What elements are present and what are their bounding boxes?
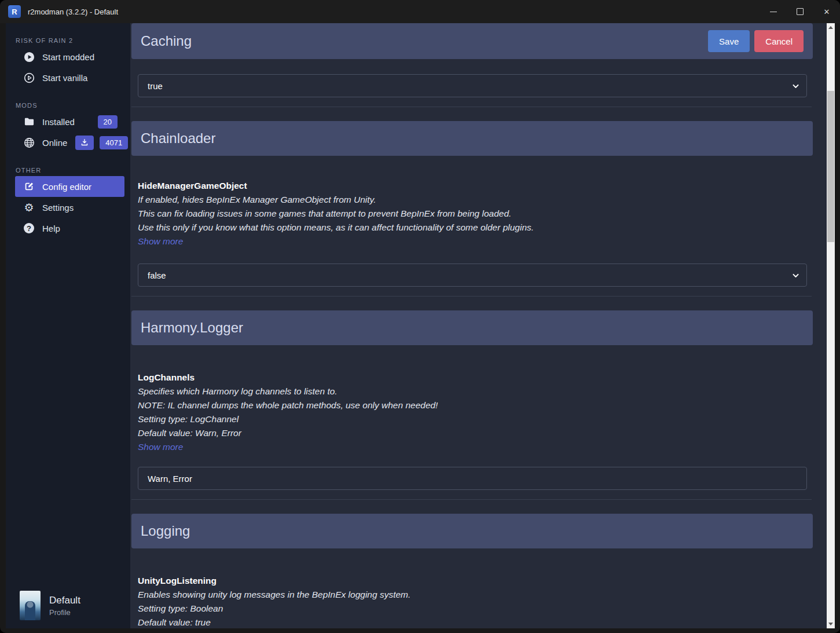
profile-card: Default Profile xyxy=(6,591,130,620)
app-window: R r2modman (3.2.2) - Default ✕ RISK OF R… xyxy=(0,0,840,633)
sidebar-item-start-modded[interactable]: Start modded xyxy=(6,46,130,67)
edit-icon xyxy=(23,181,35,192)
section-title: Logging xyxy=(141,523,190,539)
gear-icon: ⚙ xyxy=(23,202,35,213)
sidebar-item-label: Help xyxy=(42,224,60,233)
entry-description-line: Default value: Warn, Error xyxy=(138,426,827,440)
profile-image xyxy=(20,591,41,620)
window-title: r2modman (3.2.2) - Default xyxy=(28,8,118,16)
divider xyxy=(131,296,812,297)
caching-value-select[interactable]: true xyxy=(138,74,807,97)
entry-name: LogChannels xyxy=(138,371,827,385)
divider xyxy=(131,107,812,107)
entry-description-line: Setting type: LogChannel xyxy=(138,412,827,426)
cancel-button[interactable]: Cancel xyxy=(754,30,804,52)
entry-description-line: Specifies which Harmony log channels to … xyxy=(138,385,827,398)
folder-icon xyxy=(23,116,35,127)
entry-description-line: Use this only if you know what this opti… xyxy=(138,221,827,235)
sidebar-item-label: Config editor xyxy=(42,182,91,192)
minimize-icon xyxy=(770,12,777,12)
divider xyxy=(131,499,812,500)
app-icon: R xyxy=(8,5,21,18)
minimize-button[interactable] xyxy=(760,0,787,23)
entry-description-line: This can fix loading issues in some game… xyxy=(138,207,827,221)
sidebar-item-label: Installed xyxy=(42,117,75,127)
section-header-harmony-logger: Harmony.Logger xyxy=(131,310,813,345)
window-controls: ✕ xyxy=(760,0,840,23)
section-title: Harmony.Logger xyxy=(141,320,243,336)
entry-description-line: Setting type: Boolean xyxy=(138,602,827,616)
online-count-badge: 4071 xyxy=(100,136,128,149)
sidebar-item-start-vanilla[interactable]: Start vanilla xyxy=(6,67,130,88)
profile-name: Default xyxy=(49,595,80,606)
config-editor-content: Caching Save Cancel true Chainloader Hid… xyxy=(130,23,827,628)
section-header-caching: Caching Save Cancel xyxy=(131,23,813,59)
sidebar-item-label: Start modded xyxy=(42,52,94,62)
config-entry-hidemanagergameobject: HideManagerGameObject If enabled, hides … xyxy=(138,179,827,248)
entry-description-line: NOTE: IL channel dumps the whole patch m… xyxy=(138,398,827,412)
maximize-button[interactable] xyxy=(787,0,813,23)
sidebar-item-settings[interactable]: ⚙ Settings xyxy=(6,197,130,218)
entry-description-line: Enables showing unity log messages in th… xyxy=(138,588,827,602)
sidebar-section-mods: MODS xyxy=(16,102,130,109)
sidebar-item-config-editor[interactable]: Config editor xyxy=(15,176,124,197)
sidebar-section-other: OTHER xyxy=(16,167,130,174)
profile-type-label: Profile xyxy=(49,608,80,617)
sidebar-item-online[interactable]: Online 4071 xyxy=(6,132,130,153)
sidebar-item-installed[interactable]: Installed 20 xyxy=(6,111,130,132)
installed-count-badge: 20 xyxy=(98,115,118,129)
title-bar: R r2modman (3.2.2) - Default ✕ xyxy=(0,0,840,23)
entry-name: HideManagerGameObject xyxy=(138,179,827,193)
sidebar: RISK OF RAIN 2 Start modded Start vanill… xyxy=(6,23,130,628)
play-circle-filled-icon xyxy=(23,51,35,63)
save-button[interactable]: Save xyxy=(708,30,750,52)
triangle-up-icon xyxy=(828,26,833,29)
globe-icon xyxy=(23,137,35,148)
config-entry-unityloglistening: UnityLogListening Enables showing unity … xyxy=(138,574,827,628)
scrollbar-thumb[interactable] xyxy=(827,91,834,242)
sidebar-item-help[interactable]: ? Help xyxy=(6,218,130,239)
close-button[interactable]: ✕ xyxy=(813,0,840,23)
section-header-chainloader: Chainloader xyxy=(131,121,813,156)
entry-description-line: Default value: true xyxy=(138,616,827,628)
triangle-down-icon xyxy=(828,623,833,625)
scroll-up-arrow[interactable] xyxy=(827,23,835,32)
close-icon: ✕ xyxy=(824,8,830,16)
scroll-down-arrow[interactable] xyxy=(827,620,835,628)
section-header-logging: Logging xyxy=(131,514,813,548)
sidebar-item-label: Online xyxy=(42,138,67,148)
play-circle-outline-icon xyxy=(23,72,35,83)
section-title: Caching xyxy=(141,33,192,49)
show-more-link[interactable]: Show more xyxy=(138,235,183,248)
config-entry-logchannels: LogChannels Specifies which Harmony log … xyxy=(138,371,827,454)
sidebar-item-label: Settings xyxy=(42,203,74,213)
show-more-link[interactable]: Show more xyxy=(138,440,183,454)
download-icon xyxy=(80,138,89,147)
vertical-scrollbar[interactable] xyxy=(827,23,835,628)
logchannels-value-input[interactable] xyxy=(138,467,807,490)
entry-name: UnityLogListening xyxy=(138,574,827,588)
sidebar-section-game: RISK OF RAIN 2 xyxy=(16,37,130,44)
section-title: Chainloader xyxy=(141,130,215,147)
sidebar-item-label: Start vanilla xyxy=(42,73,87,83)
entry-description-line: If enabled, hides BepInEx Manager GameOb… xyxy=(138,193,827,207)
hidemanagergameobject-value-select[interactable]: false xyxy=(138,264,807,287)
download-button[interactable] xyxy=(75,136,94,150)
help-icon: ? xyxy=(23,222,35,234)
maximize-icon xyxy=(797,8,804,15)
